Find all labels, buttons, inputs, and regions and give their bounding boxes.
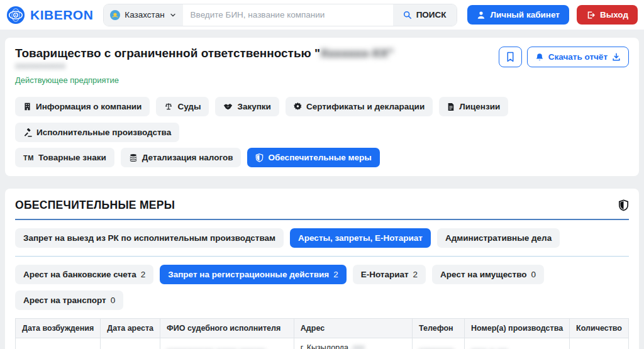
col-address: Адрес [294,319,412,338]
download-report-button[interactable]: Скачать отчёт [527,47,629,67]
subtab-count: 0 [111,296,116,305]
subtab-travel-ban[interactable]: Запрет на выезд из РК по исполнительным … [15,228,284,248]
tab-label: Товарные знаки [38,153,106,162]
subtab-label: Е-Нотариат [361,270,409,279]
company-title-redacted: Xxxxxxx-XX" [320,47,394,60]
tab-procurement[interactable]: Закупки [215,97,279,116]
country-select[interactable]: Казахстан [104,4,182,26]
tab-certificates[interactable]: Сертификаты и декларации [286,97,433,116]
company-actions: Скачать отчёт [499,47,629,67]
subtab-arrests-enotariat[interactable]: Аресты, запреты, Е-Нотариат [290,228,431,248]
table-header-row: Дата возбуждения Дата ареста ФИО судебно… [16,319,629,338]
search-button[interactable]: ПОИСК [393,4,457,26]
bell-icon [535,53,544,62]
scales-icon [164,102,173,111]
tab-label: Обеспечительные меры [268,153,371,162]
tab-courts[interactable]: Суды [156,97,209,116]
section-divider [15,219,629,220]
logout-button-label: Выход [600,10,628,19]
subtab-property-arrest[interactable]: Арест на имущество 0 [432,265,544,284]
user-icon [477,11,486,19]
subtab-label: Арест на транспорт [23,296,106,305]
col-case-numbers: Номер(а) производства [465,319,570,338]
search-input[interactable] [183,4,393,26]
tab-label: Исполнительные производства [36,128,171,137]
subtab-bank-account-arrest[interactable]: Арест на банковские счета 2 [15,265,153,284]
col-date-arrest: Дата ареста [101,319,160,338]
building-icon [23,102,31,111]
subtab-administrative-cases[interactable]: Административные дела [437,228,560,248]
subtab-count: 2 [413,270,418,279]
company-tabs-row-1: Информация о компании Суды Закупки [15,97,629,142]
search-icon [403,11,412,19]
download-icon [612,53,621,62]
table-row: 27.03.2026 27.03.2026 XXXXXXXXX XXXX XXX… [16,338,629,349]
top-bar: KIBERON Казахстан П [0,0,644,30]
tab-licenses[interactable]: Лицензии [439,97,508,116]
bookmark-icon [506,52,515,62]
tab-label: Информация о компании [36,102,142,111]
company-bin-redacted: 000000000000 [15,62,394,71]
subtab-transport-arrest[interactable]: Арест на транспорт 0 [15,291,123,310]
logo-text: KIBERON [30,8,93,23]
account-button-label: Личный кабинет [491,10,560,19]
section-title: ОБЕСПЕЧИТЕЛЬНЫЕ МЕРЫ [15,199,175,212]
kiberon-logo-icon [6,6,25,25]
tab-label: Детализация налогов [142,153,233,162]
subtab-label: Арест на имущество [440,270,526,279]
subtab-label: Запрет на регистрационные действия [168,270,329,279]
subtab-label: Арест на банковские счета [23,270,136,279]
subtab-registration-ban[interactable]: Запрет на регистрационные действия 2 [160,265,346,284]
tab-enforcement[interactable]: Исполнительные производства [15,123,179,142]
trademark-icon: ТМ [23,154,34,162]
cell-address: г. Кызылорда, xxx Xxxxxxxxxx xx. XX [294,338,412,349]
subtab-count: 2 [333,270,338,279]
subtab-label: Запрет на выезд из РК по исполнительным … [23,233,275,243]
interim-measures-card: ОБЕСПЕЧИТЕЛЬНЫЕ МЕРЫ Запрет на выезд из … [5,189,639,349]
cell-date-opened: 27.03.2026 [16,338,101,349]
search-group: Казахстан ПОИСК [103,4,457,26]
account-button[interactable]: Личный кабинет [467,5,569,25]
search-button-label: ПОИСК [416,10,447,19]
kazakhstan-flag-icon [110,10,120,20]
company-card: Товарищество с ограниченной ответственно… [5,38,639,176]
cell-executor: XXXXXXXXX XXXX XXXXX [160,338,294,349]
shield-section-icon [618,199,629,211]
company-status: Действующее предприятие [15,75,394,85]
measures-table: Дата возбуждения Дата ареста ФИО судебно… [15,318,629,349]
company-tabs-row-2: ТМ Товарные знаки Детализация налогов Об… [15,148,629,167]
col-executor: ФИО судебного исполнителя [160,319,294,338]
tab-label: Лицензии [459,102,500,111]
topbar-actions: Личный кабинет Выход [467,5,638,25]
subtab-count: 0 [531,270,536,279]
logout-button[interactable]: Выход [577,5,638,25]
address-visible: г. Кызылорда [301,343,348,349]
tab-company-info[interactable]: Информация о компании [15,97,150,116]
tab-label: Сертификаты и декларации [306,102,425,111]
col-date-opened: Дата возбуждения [16,319,101,338]
gavel-icon [23,128,32,137]
coins-icon [129,153,138,162]
subtabs-secondary: Арест на банковские счета 2 Запрет на ре… [15,265,629,310]
country-select-value: Казахстан [125,10,164,19]
certificate-badge-icon [294,102,302,111]
kiberon-logo[interactable]: KIBERON [6,6,93,25]
company-heading: Товарищество с ограниченной ответственно… [15,47,394,91]
subtab-enotariat[interactable]: Е-Нотариат 2 [353,265,426,284]
tab-label: Закупки [237,102,270,111]
tab-tax-details[interactable]: Детализация налогов [121,148,242,167]
chevron-down-icon [169,11,177,19]
cell-date-arrest: 27.03.2026 [101,338,160,349]
cell-count: 1 [570,338,629,349]
shield-icon [255,153,264,162]
tab-trademarks[interactable]: ТМ Товарные знаки [15,148,114,167]
handshake-icon [223,103,233,111]
logout-icon [586,11,595,19]
bookmark-button[interactable] [499,47,522,67]
tab-label: Суды [177,102,201,111]
subtab-label: Административные дела [445,233,552,243]
company-title: Товарищество с ограниченной ответственно… [15,47,394,60]
subtab-count: 2 [141,270,146,279]
tab-interim-measures[interactable]: Обеспечительные меры [247,148,379,167]
company-title-text: Товарищество с ограниченной ответственно… [15,47,320,60]
